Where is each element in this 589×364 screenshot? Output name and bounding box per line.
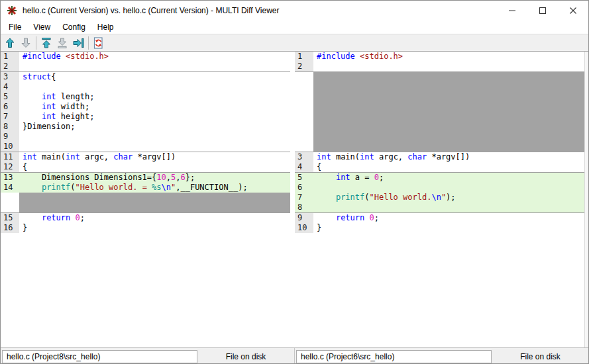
code-line[interactable]: 11int main(int argc, char *argv[]) [1, 152, 290, 162]
code-segment: main( [37, 152, 66, 161]
code-line[interactable]: 5 int a = 0; [295, 173, 584, 183]
code-segment: 0 [76, 213, 80, 222]
code-line[interactable]: 4 [1, 82, 290, 92]
code-segment: } [317, 223, 321, 232]
code-segment [355, 52, 360, 61]
code-segment: int [42, 112, 56, 121]
line-number [295, 72, 313, 152]
line-number: 14 [1, 183, 19, 193]
minimize-button[interactable] [497, 1, 527, 21]
line-number: 9 [295, 213, 313, 223]
code-line[interactable]: 10} [295, 223, 584, 233]
maximize-icon [539, 7, 547, 15]
menu-view[interactable]: View [27, 21, 56, 33]
line-number: 9 [1, 132, 19, 142]
code-line[interactable]: 9 [1, 132, 290, 142]
code-line[interactable]: 1#include <stdio.h> [295, 52, 584, 62]
filler-block [1, 193, 290, 212]
window-title: hello.c (Current Version) vs. hello.c (C… [23, 6, 497, 15]
code-line[interactable]: 6 int width; [1, 102, 290, 112]
code-line[interactable]: 14 printf("Hello world. = %s\n",__FUNCTI… [1, 183, 290, 193]
code-line[interactable]: 12{ [1, 162, 290, 172]
code-segment: Dimensions Dimensions1={ [23, 173, 156, 182]
code-line[interactable]: 10 [1, 142, 290, 152]
code-segment: height; [56, 112, 95, 121]
code-segment: }; [186, 173, 195, 182]
code-segment [70, 213, 75, 222]
code-segment: int [42, 102, 56, 111]
first-diff-button[interactable] [38, 35, 54, 51]
code-segment: char [407, 152, 427, 161]
menu-help[interactable]: Help [91, 21, 120, 33]
code-segment: <stdio.h> [360, 52, 403, 61]
code-segment: "Hello world. = [76, 183, 152, 192]
code-line[interactable]: 2 [295, 62, 584, 71]
code-line[interactable]: 1#include <stdio.h> [1, 52, 290, 62]
code-line[interactable]: 13 Dimensions Dimensions1={10,5,6}; [1, 173, 290, 183]
code-segment: #include [317, 52, 355, 61]
line-number: 15 [1, 213, 19, 223]
code-line[interactable]: 5 int length; [1, 92, 290, 102]
next-diff-button[interactable] [18, 35, 34, 51]
code-line[interactable]: 16} [1, 223, 290, 233]
menu-file[interactable]: File [3, 21, 27, 33]
up-arrow-icon [3, 36, 17, 50]
code-segment: \n [162, 183, 171, 192]
code-segment [23, 102, 42, 111]
diff-view: 1#include <stdio.h>23struct{45 int lengt… [1, 52, 588, 347]
last-diff-button[interactable] [54, 35, 70, 51]
maximize-button[interactable] [527, 1, 558, 21]
code-segment: { [23, 162, 27, 171]
code-line[interactable]: 15 return 0; [1, 213, 290, 223]
code-segment: argc, [374, 152, 408, 161]
down-arrow-icon [19, 36, 32, 50]
filler-block [295, 72, 584, 152]
code-segment: a = [350, 173, 374, 182]
code-segment: *argv[]) [427, 152, 470, 161]
goto-line-button[interactable] [70, 35, 86, 51]
left-file-path: hello.c (Project8\src_hello) [2, 350, 197, 363]
code-line[interactable]: 8 [295, 203, 584, 212]
code-line[interactable]: 7 int height; [1, 112, 290, 122]
code-segment: { [51, 72, 56, 81]
reload-file-button[interactable] [91, 35, 107, 51]
code-segment: , [166, 173, 171, 182]
line-number: 1 [295, 52, 313, 62]
line-number: 8 [1, 122, 19, 132]
vertical-scrollbar[interactable] [584, 52, 589, 347]
code-line[interactable]: 8}Dimension; [1, 122, 290, 132]
code-line[interactable]: 2 [1, 62, 290, 71]
code-line[interactable]: 6 [295, 183, 584, 193]
code-line[interactable]: 7 printf("Hello world.\n"); [295, 193, 584, 203]
code-segment: } [23, 223, 27, 232]
right-file-path: hello.c (Project6\src_hello) [296, 350, 492, 363]
code-line[interactable]: 3struct{ [1, 72, 290, 82]
code-segment: ,__FUNCTION__); [176, 183, 247, 192]
left-code-pane[interactable]: 1#include <stdio.h>23struct{45 int lengt… [1, 52, 290, 347]
close-icon [569, 7, 577, 15]
minimize-icon [508, 7, 516, 15]
prev-diff-button[interactable] [2, 35, 18, 51]
code-segment: char [113, 152, 133, 161]
line-number [1, 193, 19, 212]
code-segment [317, 193, 336, 202]
code-line[interactable]: 3int main(int argc, char *argv[]) [295, 152, 584, 162]
code-segment: ( [70, 183, 75, 192]
line-number: 11 [1, 152, 19, 162]
code-segment [364, 213, 369, 222]
code-segment: 10 [156, 173, 166, 182]
code-segment: ( [364, 193, 369, 202]
code-segment: *argv[]) [133, 152, 176, 161]
code-line[interactable]: 9 return 0; [295, 213, 584, 223]
code-segment: %s [152, 183, 161, 192]
right-file-source-label: File on disk [492, 352, 589, 361]
down-arrow-bar-icon [56, 36, 69, 50]
close-button[interactable] [558, 1, 588, 21]
line-number: 4 [295, 162, 313, 172]
menu-config[interactable]: Config [56, 21, 91, 33]
code-segment [61, 52, 66, 61]
right-code-pane[interactable]: 1#include <stdio.h>23int main(int argc, … [295, 52, 584, 347]
code-line[interactable]: 4{ [295, 162, 584, 172]
pane-divider [290, 52, 295, 347]
code-segment: int [23, 152, 37, 161]
